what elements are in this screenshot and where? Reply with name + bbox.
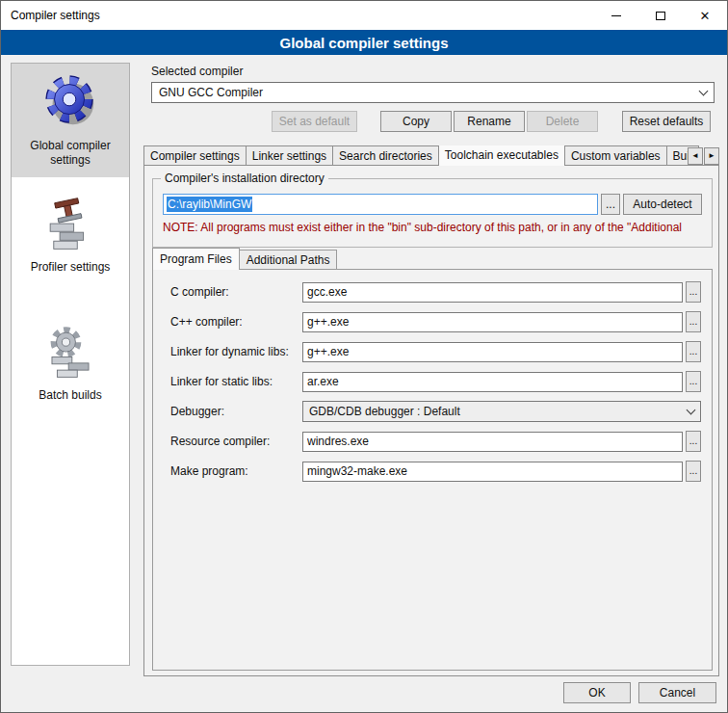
profiler-tool-icon [14,197,126,252]
linker-static-browse-button[interactable]: ... [686,371,701,392]
rename-button[interactable]: Rename [454,111,525,132]
tab-search-directories[interactable]: Search directories [332,145,439,166]
debugger-value: GDB/CDB debugger : Default [309,405,460,418]
window-title: Compiler settings [1,9,100,22]
cpp-compiler-label: C++ compiler: [170,315,302,329]
compiler-actions-toolbar: Set as default Copy Rename Delete Reset … [143,111,711,132]
sidebar-item-label: Batch builds [14,388,126,403]
cpp-compiler-row: C++ compiler: ... [170,311,712,332]
installation-directory-value: C:\raylib\MinGW [167,197,252,212]
installation-directory-group-title: Compiler's installation directory [161,172,328,185]
linker-dynamic-browse-button[interactable]: ... [686,341,701,362]
sidebar-item-profiler-settings[interactable]: Profiler settings [12,189,129,284]
tab-program-files[interactable]: Program Files [152,248,240,270]
compiler-settings-dialog: Compiler settings ✕ Global compiler sett… [0,0,728,713]
resource-compiler-browse-button[interactable]: ... [686,431,701,452]
make-program-row: Make program: ... [170,461,712,482]
installation-directory-input[interactable]: C:\raylib\MinGW [163,194,598,215]
tab-compiler-settings[interactable]: Compiler settings [143,145,247,166]
reset-defaults-button[interactable]: Reset defaults [622,111,711,132]
linker-static-label: Linker for static libs: [170,375,302,388]
debugger-label: Debugger: [170,405,302,418]
chevron-down-icon [687,405,696,414]
c-compiler-browse-button[interactable]: ... [686,281,701,303]
cpp-compiler-input[interactable] [302,312,683,332]
tab-toolchain-executables[interactable]: Toolchain executables [438,145,565,166]
linker-dynamic-label: Linker for dynamic libs: [170,345,302,358]
page-title-banner: Global compiler settings [1,30,727,55]
settings-tab-strip: Compiler settings Linker settings Search… [143,145,719,166]
sidebar-item-global-compiler-settings[interactable]: Global compiler settings [12,64,129,177]
debugger-dropdown[interactable]: GDB/CDB debugger : Default [302,401,701,422]
tab-additional-paths[interactable]: Additional Paths [239,250,338,270]
main-content: Selected compiler GNU GCC Compiler Set a… [143,55,719,713]
resource-compiler-input[interactable] [302,432,683,452]
auto-detect-button[interactable]: Auto-detect [623,194,702,215]
copy-button[interactable]: Copy [380,111,452,132]
resource-compiler-row: Resource compiler: ... [170,431,712,452]
minimize-button[interactable] [594,1,638,30]
selected-compiler-value: GNU GCC Compiler [159,86,263,99]
delete-button[interactable]: Delete [527,111,598,132]
linker-static-row: Linker for static libs: ... [170,371,712,392]
tab-scroll-left-icon[interactable]: ◄ [688,147,703,165]
c-compiler-row: C compiler: ... [170,281,712,303]
dialog-body: Global compiler settings [1,55,727,712]
linker-dynamic-input[interactable] [302,342,683,362]
installation-directory-group: Compiler's installation directory C:\ray… [152,178,713,248]
minimize-icon [611,15,621,16]
close-icon: ✕ [700,10,711,22]
close-button[interactable]: ✕ [683,1,727,30]
tab-scroll-right-icon[interactable]: ► [704,147,719,165]
program-files-tab-strip: Program Files Additional Paths [152,251,336,270]
make-program-label: Make program: [170,464,302,478]
toolchain-executables-panel: Compiler's installation directory C:\ray… [143,165,719,676]
make-program-input[interactable] [302,462,683,482]
resource-compiler-label: Resource compiler: [170,435,302,448]
c-compiler-input[interactable] [302,282,683,303]
selected-compiler-label: Selected compiler [151,65,243,78]
debugger-row: Debugger: GDB/CDB debugger : Default [170,401,712,422]
cancel-button[interactable]: Cancel [638,682,716,703]
make-program-browse-button[interactable]: ... [686,461,701,482]
global-compiler-gear-icon [14,71,126,131]
chevron-down-icon [699,86,709,95]
bin-subdirectory-note: NOTE: All programs must exist either in … [163,221,702,234]
program-files-panel: C compiler: ... C++ compiler: ... Linker… [152,269,713,671]
set-as-default-button[interactable]: Set as default [272,111,357,132]
dialog-footer: OK Cancel [563,682,716,703]
browse-directory-button[interactable]: ... [601,194,620,215]
title-bar: Compiler settings ✕ [1,1,727,30]
page-title: Global compiler settings [279,35,448,51]
tab-custom-variables[interactable]: Custom variables [564,145,667,166]
installation-directory-row: C:\raylib\MinGW ... Auto-detect [163,194,702,215]
sidebar-item-label: Global compiler settings [14,139,126,168]
sidebar-item-label: Profiler settings [14,260,126,275]
maximize-icon [656,12,665,20]
tab-scroll-buttons: ◄ ► [687,147,719,165]
selected-compiler-dropdown[interactable]: GNU GCC Compiler [151,82,715,103]
batch-builds-gear-icon [14,325,126,381]
sidebar-item-batch-builds[interactable]: Batch builds [12,317,129,412]
tab-linker-settings[interactable]: Linker settings [246,145,333,166]
linker-dynamic-row: Linker for dynamic libs: ... [170,341,712,362]
window-controls: ✕ [594,1,727,30]
ok-button[interactable]: OK [563,682,631,703]
c-compiler-label: C compiler: [170,285,302,299]
linker-static-input[interactable] [302,372,683,392]
maximize-button[interactable] [638,1,683,30]
settings-category-list: Global compiler settings [11,63,130,666]
cpp-compiler-browse-button[interactable]: ... [686,311,701,332]
